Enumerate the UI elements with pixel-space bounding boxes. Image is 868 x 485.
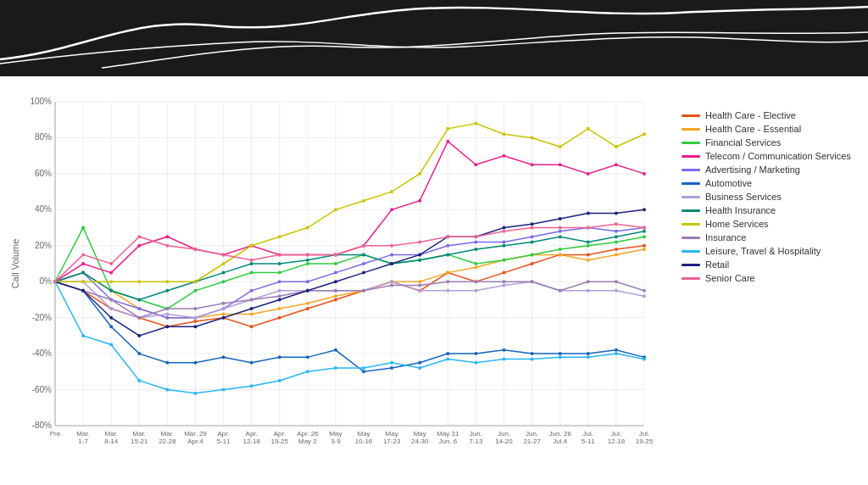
legend-item: Retail bbox=[682, 259, 860, 270]
legend-item: Health Insurance bbox=[682, 205, 860, 215]
legend-item: Telecom / Communication Services bbox=[682, 151, 860, 161]
legend-item: Health Care - Essential bbox=[682, 124, 860, 134]
legend-item: Leisure, Travel & Hospitality bbox=[682, 246, 860, 256]
chart-container bbox=[8, 85, 673, 477]
legend-item: Home Services bbox=[682, 219, 860, 229]
legend-item: Advertising / Marketing bbox=[682, 164, 860, 175]
chart-area: Health Care - Elective Health Care - Ess… bbox=[0, 76, 868, 485]
legend-container: Health Care - Elective Health Care - Ess… bbox=[673, 85, 868, 477]
legend-item: Financial Services bbox=[682, 137, 860, 148]
legend-item: Automotive bbox=[682, 178, 860, 188]
legend-item: Business Services bbox=[682, 192, 860, 202]
top-banner bbox=[0, 0, 868, 76]
legend-item: Insurance bbox=[682, 232, 860, 242]
legend-item: Health Care - Elective bbox=[682, 110, 860, 120]
legend-item: Senior Care bbox=[682, 273, 860, 283]
